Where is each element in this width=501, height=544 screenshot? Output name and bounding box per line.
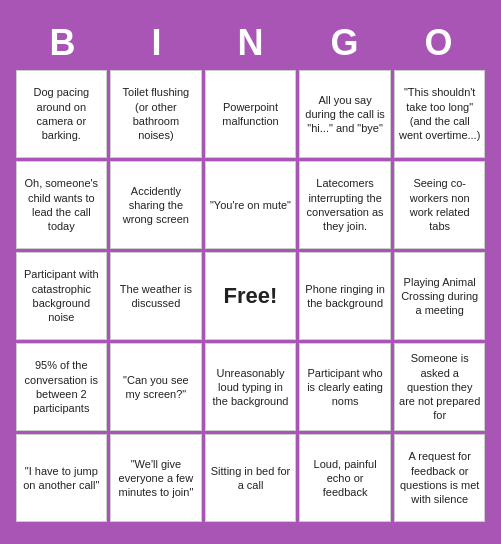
bingo-cell-9[interactable]: Seeing co-workers non work related tabs — [394, 161, 486, 249]
bingo-card: B I N G O Dog pacing around on camera or… — [6, 12, 496, 532]
bingo-cell-text-23: Loud, painful echo or feedback — [304, 457, 386, 500]
bingo-cell-3[interactable]: All you say during the call is "hi..." a… — [299, 70, 391, 158]
bingo-cell-text-12: Free! — [224, 282, 278, 311]
bingo-cell-text-6: Accidently sharing the wrong screen — [115, 184, 197, 227]
bingo-cell-14[interactable]: Playing Animal Crossing during a meeting — [394, 252, 486, 340]
letter-g: G — [301, 22, 389, 64]
bingo-cell-6[interactable]: Accidently sharing the wrong screen — [110, 161, 202, 249]
letter-i: I — [113, 22, 201, 64]
bingo-cell-17[interactable]: Unreasonably loud typing in the backgrou… — [205, 343, 297, 431]
bingo-cell-text-13: Phone ringing in the background — [304, 282, 386, 311]
bingo-cell-text-21: "We'll give everyone a few minutes to jo… — [115, 457, 197, 500]
bingo-cell-text-19: Someone is asked a question they are not… — [399, 351, 481, 422]
bingo-cell-text-11: The weather is discussed — [115, 282, 197, 311]
bingo-cell-16[interactable]: "Can you see my screen?" — [110, 343, 202, 431]
bingo-cell-text-16: "Can you see my screen?" — [115, 373, 197, 402]
letter-o: O — [395, 22, 483, 64]
bingo-cell-text-18: Participant who is clearly eating noms — [304, 366, 386, 409]
bingo-cell-text-4: "This shouldn't take too long" (and the … — [399, 85, 481, 142]
bingo-cell-0[interactable]: Dog pacing around on camera or barking. — [16, 70, 108, 158]
bingo-cell-2[interactable]: Powerpoint malfunction — [205, 70, 297, 158]
letter-n: N — [207, 22, 295, 64]
bingo-cell-text-17: Unreasonably loud typing in the backgrou… — [210, 366, 292, 409]
bingo-cell-10[interactable]: Participant with catastrophic background… — [16, 252, 108, 340]
bingo-cell-text-5: Oh, someone's child wants to lead the ca… — [21, 176, 103, 233]
bingo-cell-11[interactable]: The weather is discussed — [110, 252, 202, 340]
bingo-cell-text-10: Participant with catastrophic background… — [21, 267, 103, 324]
bingo-cell-text-24: A request for feedback or questions is m… — [399, 449, 481, 506]
bingo-cell-21[interactable]: "We'll give everyone a few minutes to jo… — [110, 434, 202, 522]
bingo-cell-13[interactable]: Phone ringing in the background — [299, 252, 391, 340]
bingo-cell-18[interactable]: Participant who is clearly eating noms — [299, 343, 391, 431]
bingo-cell-text-0: Dog pacing around on camera or barking. — [21, 85, 103, 142]
letter-b: B — [19, 22, 107, 64]
bingo-cell-text-7: "You're on mute" — [210, 198, 291, 212]
bingo-cell-19[interactable]: Someone is asked a question they are not… — [394, 343, 486, 431]
bingo-grid: Dog pacing around on camera or barking.T… — [16, 70, 486, 522]
bingo-cell-7[interactable]: "You're on mute" — [205, 161, 297, 249]
bingo-cell-23[interactable]: Loud, painful echo or feedback — [299, 434, 391, 522]
bingo-cell-text-8: Latecomers interrupting the conversation… — [304, 176, 386, 233]
bingo-cell-4[interactable]: "This shouldn't take too long" (and the … — [394, 70, 486, 158]
bingo-cell-22[interactable]: Sitting in bed for a call — [205, 434, 297, 522]
bingo-cell-12[interactable]: Free! — [205, 252, 297, 340]
bingo-cell-5[interactable]: Oh, someone's child wants to lead the ca… — [16, 161, 108, 249]
bingo-cell-text-3: All you say during the call is "hi..." a… — [304, 93, 386, 136]
bingo-cell-15[interactable]: 95% of the conversation is between 2 par… — [16, 343, 108, 431]
bingo-cell-text-22: Sitting in bed for a call — [210, 464, 292, 493]
bingo-cell-text-15: 95% of the conversation is between 2 par… — [21, 358, 103, 415]
bingo-cell-text-2: Powerpoint malfunction — [210, 100, 292, 129]
bingo-cell-text-1: Toilet flushing (or other bathroom noise… — [115, 85, 197, 142]
bingo-cell-text-9: Seeing co-workers non work related tabs — [399, 176, 481, 233]
bingo-cell-20[interactable]: "I have to jump on another call" — [16, 434, 108, 522]
bingo-cell-text-14: Playing Animal Crossing during a meeting — [399, 275, 481, 318]
bingo-cell-8[interactable]: Latecomers interrupting the conversation… — [299, 161, 391, 249]
bingo-cell-text-20: "I have to jump on another call" — [21, 464, 103, 493]
bingo-cell-24[interactable]: A request for feedback or questions is m… — [394, 434, 486, 522]
bingo-header: B I N G O — [16, 22, 486, 64]
bingo-cell-1[interactable]: Toilet flushing (or other bathroom noise… — [110, 70, 202, 158]
